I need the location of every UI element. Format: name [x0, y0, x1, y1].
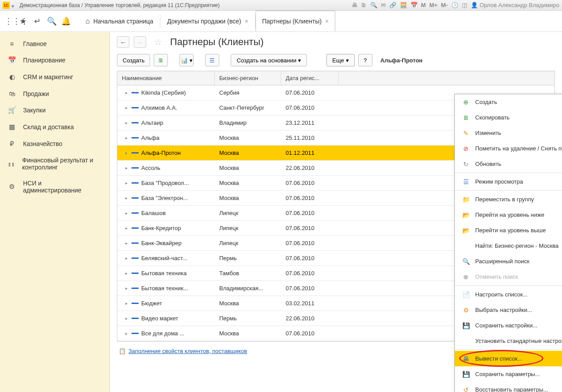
item-icon: [132, 257, 139, 259]
menu-item-6[interactable]: 📁Переместить в группуCtrl+Shift+M: [455, 192, 562, 207]
sidebar-item-5[interactable]: ▦Склад и доставка: [0, 119, 109, 135]
create-button[interactable]: Создать: [117, 54, 150, 66]
menu-item-label: Изменить: [475, 130, 562, 136]
cell-name: Алхимов А.А.: [141, 104, 177, 111]
menu-item-0[interactable]: ⊕СоздатьIns: [455, 94, 562, 110]
sidebar-item-8[interactable]: ⚙НСИ и администрирование: [0, 175, 109, 198]
expand-icon[interactable]: ▸: [125, 301, 129, 306]
app-menu-dropdown-icon[interactable]: ▾: [12, 3, 16, 8]
menu-item-5[interactable]: ☰Режим просмотра▶: [455, 174, 562, 189]
col-date[interactable]: Дата регис...: [281, 71, 339, 85]
expand-icon[interactable]: ▸: [125, 90, 129, 95]
menu-item-15[interactable]: Установить стандартные настройки: [455, 333, 562, 349]
link-icon[interactable]: 🔗: [389, 2, 396, 8]
more-dropdown-menu: ⊕СоздатьIns🗎СкопироватьF9✎ИзменитьF2⊘Пом…: [454, 94, 562, 392]
apps-icon[interactable]: ⋮⋮⋮: [4, 16, 13, 26]
sidebar-item-6[interactable]: ₽Казначейство: [0, 135, 109, 152]
tab-partners[interactable]: Партнеры (Клиенты)×: [256, 11, 336, 31]
expand-icon[interactable]: ▸: [125, 226, 129, 231]
window-icon[interactable]: ◫: [462, 2, 467, 8]
expand-icon[interactable]: ▸: [125, 316, 129, 321]
cell-region: Сербия: [215, 89, 281, 96]
expand-icon[interactable]: ▸: [125, 165, 129, 170]
menu-item-label: Выбрать настройки...: [475, 307, 562, 313]
m-plus-icon[interactable]: M+: [429, 2, 437, 8]
sidebar-item-0[interactable]: ≡Главное: [0, 35, 109, 52]
star-icon[interactable]: ★: [19, 16, 27, 26]
menu-item-2[interactable]: ✎ИзменитьF2: [455, 125, 562, 141]
doc-icon[interactable]: 🗎: [361, 2, 367, 8]
send-icon[interactable]: ✉: [381, 2, 386, 8]
menu-item-9[interactable]: Найти: Бизнес-регион - МоскваCtrl+Alt+F: [455, 238, 562, 254]
cell-region: Санкт-Петербург: [215, 104, 281, 111]
more-button[interactable]: Еще ▾: [326, 54, 354, 66]
menu-item-7[interactable]: 📂Перейти на уровень нижеCtrl+Down: [455, 207, 562, 223]
expand-icon[interactable]: ▸: [125, 211, 129, 215]
col-region[interactable]: Бизнес-регион: [215, 71, 281, 85]
expand-icon[interactable]: ▸: [125, 181, 129, 185]
item-icon: [132, 318, 139, 319]
expand-icon[interactable]: ▸: [125, 331, 129, 336]
expand-icon[interactable]: ▸: [125, 135, 129, 140]
cell-name: Бытовая техника: [141, 270, 186, 277]
tab-home[interactable]: ⌂Начальная страница: [79, 11, 160, 31]
sidebar-item-7[interactable]: ⫾⫾Финансовый результат и контроллинг: [0, 152, 109, 175]
sidebar-item-1[interactable]: 📅Планирование: [0, 52, 109, 69]
close-icon[interactable]: ×: [325, 18, 329, 25]
cell-name: Банк-Эквайрер: [141, 240, 182, 246]
expand-icon[interactable]: ▸: [125, 105, 129, 110]
menu-item-8[interactable]: 📂Перейти на уровень вышеCtrl+Up: [455, 223, 562, 238]
menu-item-3[interactable]: ⊘Пометить на удаление / Снять пометкуDel: [455, 141, 562, 156]
search-icon[interactable]: 🔍: [370, 2, 377, 8]
sidebar-item-2[interactable]: ◐CRM и маркетинг: [0, 69, 109, 85]
menu-item-12[interactable]: 📄Настроить список...: [455, 287, 562, 302]
m-minus-icon[interactable]: M-: [441, 2, 448, 8]
m-icon[interactable]: M: [421, 2, 426, 8]
expand-icon[interactable]: ▸: [125, 120, 129, 125]
expand-icon[interactable]: ▸: [125, 286, 129, 291]
sidebar-item-label: Финансовый результат и контроллинг: [22, 157, 101, 171]
print-icon[interactable]: 🖶: [352, 2, 357, 8]
clock-icon[interactable]: 🕓: [451, 2, 458, 8]
menu-item-14[interactable]: 💾Сохранить настройки...: [455, 318, 562, 333]
chart-button[interactable]: 📊 ▾: [179, 54, 194, 66]
fill-properties-link[interactable]: Заполнение свойств клиентов, поставщиков: [128, 348, 247, 354]
calc-icon[interactable]: 🧮: [400, 2, 407, 8]
close-icon[interactable]: ×: [244, 18, 248, 25]
create-based-button[interactable]: Создать на основании ▾: [231, 54, 307, 66]
menu-item-16[interactable]: 🖶Вывести список...: [455, 351, 562, 366]
help-button[interactable]: ?: [358, 54, 372, 66]
menu-item-18[interactable]: ↺Восстановить параметры...: [455, 382, 562, 392]
bell-icon[interactable]: 🔔: [61, 16, 70, 26]
page-title: Партнеры (Клиенты): [170, 36, 264, 48]
expand-icon[interactable]: ▸: [125, 256, 129, 261]
expand-icon[interactable]: ▸: [125, 241, 129, 246]
menu-item-17[interactable]: 💾Сохранить параметры...: [455, 366, 562, 382]
sidebar-item-4[interactable]: 🛒Закупки: [0, 102, 109, 119]
list-button[interactable]: ☰: [205, 54, 219, 66]
expand-icon[interactable]: ▸: [125, 196, 129, 200]
menu-item-1[interactable]: 🗎СкопироватьF9: [455, 110, 562, 125]
calendar-icon[interactable]: 📅: [411, 2, 418, 8]
menu-item-label: Установить стандартные настройки: [475, 338, 562, 344]
sidebar-item-label: НСИ и администрирование: [23, 180, 101, 194]
cell-name: Видео маркет: [141, 315, 178, 322]
sidebar-item-label: CRM и маркетинг: [23, 73, 73, 81]
menu-item-13[interactable]: ⚙Выбрать настройки...: [455, 302, 562, 318]
menu-item-10[interactable]: 🔍Расширенный поискAlt+F: [455, 254, 562, 269]
item-icon: [132, 92, 139, 93]
copy-button[interactable]: 🗎: [154, 54, 168, 66]
expand-icon[interactable]: ▸: [125, 271, 129, 276]
favorite-star-icon[interactable]: ☆: [154, 37, 162, 47]
cell-name: Альфа-Протон: [141, 150, 181, 156]
sidebar-item-3[interactable]: 🛍Продажи: [0, 85, 109, 102]
col-name[interactable]: Наименование: [117, 71, 215, 85]
nav-back-button[interactable]: ←: [117, 36, 129, 48]
nav-forward-button[interactable]: →: [134, 36, 146, 48]
menu-item-4[interactable]: ↻ОбновитьF5: [455, 156, 562, 172]
expand-icon[interactable]: ▸: [125, 150, 129, 155]
search-tool-icon[interactable]: 🔍: [47, 16, 56, 26]
history-icon[interactable]: ↵: [33, 16, 42, 26]
user-label[interactable]: 👤 Орлов Александр Владимиро: [471, 2, 559, 8]
tab-sales-docs[interactable]: Документы продажи (все)×: [160, 11, 255, 31]
